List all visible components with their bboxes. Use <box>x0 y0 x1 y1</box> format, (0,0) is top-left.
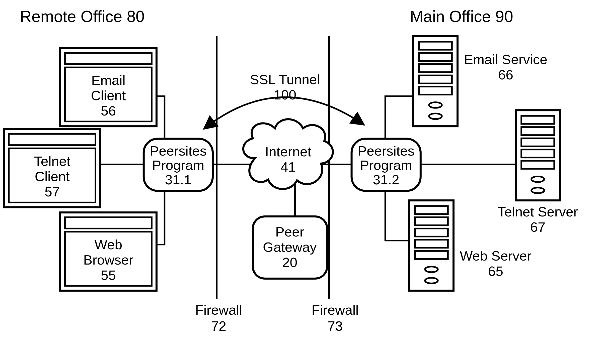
peer-gateway: Peer Gateway 20 <box>253 216 327 279</box>
internet-cloud: Internet 41 <box>243 119 333 189</box>
svg-text:Email: Email <box>91 73 125 88</box>
svg-text:Client: Client <box>35 169 69 184</box>
network-diagram: Remote Office 80 Main Office 90 Firewall… <box>0 0 602 364</box>
svg-rect-52 <box>419 87 452 95</box>
svg-text:Remote Office 80: Remote Office 80 <box>20 8 145 26</box>
svg-rect-50 <box>419 64 452 72</box>
svg-text:Internet: Internet <box>265 144 311 159</box>
svg-text:Web Server: Web Server <box>460 248 532 264</box>
svg-text:Client: Client <box>91 88 126 103</box>
svg-text:57: 57 <box>45 184 60 199</box>
svg-rect-71 <box>415 240 448 248</box>
svg-text:72: 72 <box>211 318 227 334</box>
telnet-server: Telnet Server 67 <box>498 110 578 235</box>
svg-rect-22 <box>9 134 96 145</box>
svg-rect-58 <box>521 116 554 124</box>
server-tower-icon <box>516 110 560 200</box>
svg-rect-60 <box>521 138 554 146</box>
server-tower-icon <box>413 36 458 126</box>
svg-rect-62 <box>521 161 554 169</box>
telnet-client-window: Telnet Client 57 <box>4 129 100 207</box>
remote-office-title: Remote Office 80 <box>20 8 145 26</box>
svg-text:41: 41 <box>281 159 296 175</box>
svg-text:Browser: Browser <box>83 252 133 268</box>
svg-text:Web: Web <box>95 237 122 252</box>
svg-text:31.2: 31.2 <box>373 172 399 187</box>
svg-rect-59 <box>521 127 554 135</box>
svg-text:73: 73 <box>328 318 343 334</box>
peersites-program-left: Peersites Program 31.1 <box>144 139 213 191</box>
svg-rect-51 <box>419 75 452 83</box>
main-office-title: Main Office 90 <box>410 8 513 26</box>
svg-rect-70 <box>415 228 448 236</box>
svg-text:Gateway: Gateway <box>263 239 317 255</box>
svg-rect-72 <box>415 251 448 259</box>
svg-text:Main Office 90: Main Office 90 <box>410 8 513 26</box>
svg-text:55: 55 <box>101 268 116 283</box>
svg-text:Firewall: Firewall <box>195 302 242 318</box>
svg-text:Program: Program <box>152 158 204 173</box>
svg-text:31.1: 31.1 <box>165 172 191 187</box>
svg-text:Program: Program <box>360 158 412 173</box>
svg-text:Firewall: Firewall <box>312 302 358 318</box>
svg-text:Telnet Server: Telnet Server <box>498 204 578 219</box>
svg-rect-28 <box>65 217 152 228</box>
svg-rect-69 <box>415 217 448 225</box>
svg-text:Peersites: Peersites <box>150 143 207 159</box>
svg-text:100: 100 <box>274 87 296 102</box>
svg-rect-48 <box>419 42 452 50</box>
peersites-program-right: Peersites Program 31.2 <box>352 139 421 191</box>
svg-text:Peer: Peer <box>275 224 304 239</box>
svg-text:56: 56 <box>101 103 116 118</box>
svg-text:Peersites: Peersites <box>358 143 415 159</box>
svg-rect-16 <box>65 53 152 64</box>
svg-text:Telnet: Telnet <box>34 154 70 169</box>
svg-rect-68 <box>415 206 448 214</box>
svg-rect-49 <box>419 53 452 61</box>
svg-text:20: 20 <box>282 255 297 270</box>
svg-text:Email Service: Email Service <box>464 52 547 67</box>
svg-text:67: 67 <box>530 219 546 235</box>
email-client-window: Email Client 56 <box>60 48 157 126</box>
svg-text:SSL Tunnel: SSL Tunnel <box>250 72 320 87</box>
web-browser-window: Web Browser 55 <box>60 212 157 291</box>
svg-text:66: 66 <box>498 67 513 82</box>
svg-text:65: 65 <box>488 264 503 279</box>
server-tower-icon <box>409 200 454 291</box>
svg-rect-61 <box>521 150 554 158</box>
